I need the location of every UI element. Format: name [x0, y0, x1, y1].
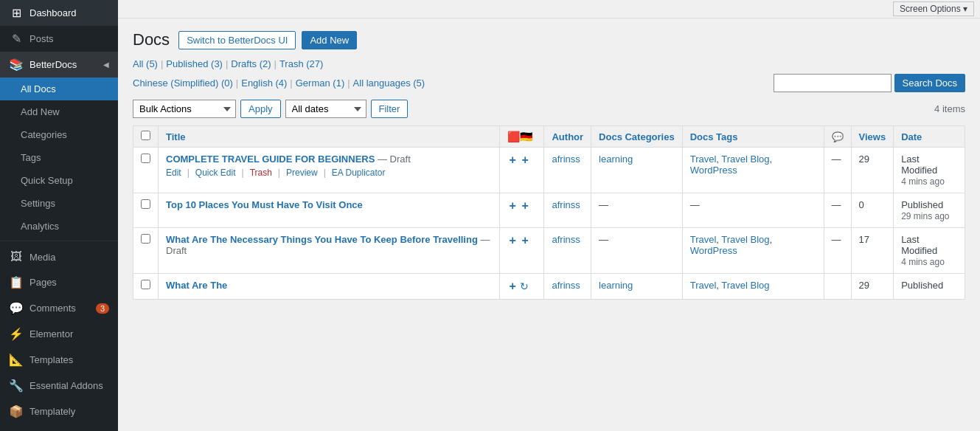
add-flag-button[interactable]: +	[507, 280, 517, 293]
doc-title-link[interactable]: Top 10 Places You Must Have To Visit Onc…	[166, 199, 363, 210]
tag-link[interactable]: Travel	[690, 234, 717, 245]
sidebar-item-add-new[interactable]: Add New	[0, 100, 118, 123]
sidebar-item-templately[interactable]: 📦 Templately	[0, 399, 118, 424]
divider	[0, 241, 118, 241]
items-count: 4 items	[934, 103, 965, 114]
lang-english[interactable]: English (4)	[241, 77, 287, 89]
author-link[interactable]: afrinss	[552, 154, 580, 165]
author-link[interactable]: afrinss	[552, 199, 580, 210]
author-link[interactable]: afrinss	[552, 234, 580, 245]
select-all-checkbox[interactable]	[141, 131, 150, 140]
category-cell: —	[591, 193, 683, 228]
preview-link[interactable]: Preview	[286, 168, 318, 178]
views-column-header[interactable]: Views	[851, 126, 894, 148]
tag-link[interactable]: WordPress	[690, 165, 737, 176]
apply-button[interactable]: Apply	[240, 100, 281, 118]
trash-link[interactable]: Trash	[250, 168, 272, 178]
search-docs-area: Search Docs	[774, 74, 965, 92]
sidebar-item-dashboard[interactable]: ⊞ Dashboard	[0, 0, 118, 26]
tags-cell: Travel, Travel Blog, WordPress	[682, 228, 824, 274]
row-checkbox[interactable]	[141, 280, 150, 289]
search-docs-button[interactable]: Search Docs	[894, 74, 965, 92]
tag-link[interactable]: Travel Blog	[721, 234, 769, 245]
categories-column-header[interactable]: Docs Categories	[591, 126, 683, 148]
templately-icon: 📦	[9, 404, 24, 418]
tag-link[interactable]: Travel Blog	[721, 154, 769, 165]
lang-all[interactable]: All languages (5)	[353, 77, 425, 89]
sidebar-item-settings[interactable]: Settings	[0, 192, 118, 215]
sidebar-item-comments[interactable]: 💬 Comments 3	[0, 295, 118, 321]
refresh-button[interactable]: ↻	[520, 280, 529, 292]
sidebar-item-analytics[interactable]: Analytics	[0, 215, 118, 238]
filter-drafts[interactable]: Drafts (2)	[231, 58, 271, 69]
sidebar-item-templates[interactable]: 📐 Templates	[0, 347, 118, 373]
add-flag-button-2[interactable]: +	[520, 234, 529, 247]
filter-button[interactable]: Filter	[371, 100, 409, 118]
sidebar-item-posts[interactable]: ✎ Posts	[0, 26, 118, 52]
pages-icon: 📋	[9, 275, 24, 289]
sidebar-item-label: Comments	[29, 303, 76, 314]
sidebar-item-tags[interactable]: Tags	[0, 146, 118, 169]
quick-edit-link[interactable]: Quick Edit	[195, 168, 236, 178]
category-link[interactable]: learning	[599, 154, 633, 165]
bulk-actions-select[interactable]: Bulk Actions	[133, 100, 236, 118]
sidebar-item-betterdocs[interactable]: 📚 BetterDocs ◀	[0, 52, 118, 77]
screen-options-button[interactable]: Screen Options ▾	[893, 1, 974, 16]
tags-column-header[interactable]: Docs Tags	[682, 126, 824, 148]
switch-to-betterdocs-ui-button[interactable]: Switch to BetterDocs UI	[178, 31, 296, 49]
ea-duplicator-link[interactable]: EA Duplicator	[332, 168, 386, 178]
doc-title-link[interactable]: What Are The Necessary Things You Have T…	[166, 234, 478, 245]
edit-link[interactable]: Edit	[166, 168, 181, 178]
sidebar-item-essential-addons[interactable]: 🔧 Essential Addons	[0, 373, 118, 399]
category-cell: learning	[591, 148, 683, 193]
comments-column-header[interactable]: 💬	[824, 126, 851, 148]
tags-cell: Travel, Travel Blog, WordPress	[682, 148, 824, 193]
sidebar-item-pages[interactable]: 📋 Pages	[0, 269, 118, 295]
date-column-header[interactable]: Date	[894, 126, 965, 148]
row-checkbox[interactable]	[141, 234, 150, 244]
add-flag-button[interactable]: +	[507, 199, 517, 213]
category-link[interactable]: learning	[599, 280, 633, 291]
doc-title-link[interactable]: What Are The	[166, 280, 227, 291]
sidebar-item-quick-setup[interactable]: Quick Setup	[0, 169, 118, 192]
author-column-header[interactable]: Author	[544, 126, 591, 148]
date-filter-select[interactable]: All dates	[285, 100, 366, 118]
table-row: COMPLETE TRAVEL GUIDE FOR BEGINNERS — Dr…	[133, 148, 965, 193]
category-cell: —	[591, 228, 683, 274]
lang-german[interactable]: German (1)	[296, 77, 344, 89]
sidebar-item-all-docs[interactable]: All Docs	[0, 77, 118, 100]
add-flag-button-2[interactable]: +	[520, 154, 529, 167]
views-cell: 17	[851, 228, 894, 274]
add-new-button[interactable]: Add New	[302, 31, 357, 49]
content-area: Docs Switch to BetterDocs UI Add New All…	[118, 18, 980, 431]
author-cell: afrinss	[544, 148, 591, 193]
row-checkbox-cell	[133, 228, 159, 274]
row-checkbox[interactable]	[141, 154, 150, 163]
title-column-header[interactable]: Title	[159, 126, 500, 148]
tag-link[interactable]: Travel	[690, 154, 717, 165]
sidebar-item-elementor[interactable]: ⚡ Elementor	[0, 321, 118, 347]
filter-trash[interactable]: Trash (27)	[279, 58, 323, 69]
templates-icon: 📐	[9, 353, 24, 367]
tag-link[interactable]: WordPress	[690, 245, 737, 256]
views-cell: 29	[851, 148, 894, 193]
author-link[interactable]: afrinss	[552, 280, 580, 291]
tag-link[interactable]: Travel Blog	[721, 280, 769, 291]
add-flag-button[interactable]: +	[507, 234, 517, 247]
table-row: What Are The + ↻ afrinss learning Travel…	[133, 274, 965, 300]
sidebar-item-label: Essential Addons	[29, 380, 103, 391]
tag-link[interactable]: Travel	[690, 280, 717, 291]
docs-table: Title 🟥🇩🇪 Author Docs Categories Docs Ta…	[133, 125, 965, 300]
sidebar: ⊞ Dashboard ✎ Posts 📚 BetterDocs ◀ All D…	[0, 0, 118, 431]
sidebar-item-categories[interactable]: Categories	[0, 123, 118, 146]
filter-published[interactable]: Published (3)	[166, 58, 223, 69]
row-checkbox[interactable]	[141, 199, 150, 209]
add-flag-button-2[interactable]: +	[520, 199, 529, 213]
filter-all[interactable]: All (5)	[133, 58, 158, 69]
add-flag-button[interactable]: +	[507, 154, 517, 167]
doc-title-link[interactable]: COMPLETE TRAVEL GUIDE FOR BEGINNERS	[166, 154, 375, 165]
search-input[interactable]	[774, 74, 892, 92]
lang-chinese[interactable]: Chinese (Simplified) (0)	[133, 77, 233, 89]
doc-status: — Draft	[378, 154, 411, 165]
sidebar-item-media[interactable]: 🖼 Media	[0, 244, 118, 269]
